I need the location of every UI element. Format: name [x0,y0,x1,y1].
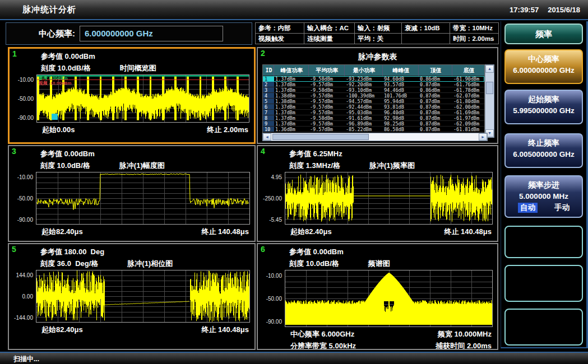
panel-number: 6 [261,245,265,254]
plot-title: 脉冲(1)相位图 [127,259,173,269]
scroll-right-icon[interactable]: ► [479,133,487,141]
softkey-value: 5.000000 MHz [506,190,582,200]
pulse-table[interactable]: ID峰值功率平均功率最小功率峰峰值顶值底值11.37dBm-9.58dBm-93… [262,64,485,138]
y-axis: 4.95 -250.00 -5.45 [258,172,285,225]
y-tick: -10.00 [18,76,34,82]
scale-label: 刻度 1.3MHz/格 [289,161,340,171]
y-tick: -50.00 [18,96,34,102]
spectrum-span-label: 频宽 10.000MHz [438,329,492,339]
freq-step-button[interactable]: 频率步进 5.000000 MHz 自动 手动 [504,175,583,218]
table-cell: 1.37dBm [274,87,309,93]
start-freq-button[interactable]: 起始频率 5.995000000 GHz [504,90,583,124]
table-cell: 1.38dBm [274,99,309,104]
panel-pulse-table[interactable]: 2 脉冲参数表 ID峰值功率平均功率最小功率峰峰值顶值底值11.37dBm-9.… [257,47,498,144]
softkey-blank-3[interactable] [504,309,583,346]
table-cell: 0.87dBm [419,115,452,121]
panel-time-overview[interactable]: 1 参考值 0.00dBm 刻度 10.0dB/格 时间概览图 -10.00 -… [8,47,256,144]
table-cell: 1.38dBm [274,93,309,99]
y-tick: -50.00 [17,195,33,202]
scale-label: 刻度 10.0dB/格 [41,63,91,73]
status-bar: 扫描中... [0,352,588,364]
table-row[interactable]: 31.37dBm-9.58dBm-93.10dBm94.46dB0.86dBm-… [263,87,484,93]
table-row[interactable]: 41.38dBm-9.57dBm-100.39dBm101.76dB0.87dB… [263,93,484,99]
plot-area [285,270,493,327]
table-header-cell: 底值 [452,65,485,76]
panel-spectrum[interactable]: 6 参考值 0.00dBm 刻度 10.0dB/格 频谱图 -10.00 -50… [257,243,498,350]
table-cell: 86.58dB [383,127,419,132]
scroll-left-icon[interactable]: ◄ [263,133,271,141]
manual-toggle[interactable]: 手动 [554,203,570,213]
y-tick: -5.45 [269,216,282,222]
table-cell: -91.61dBm [345,115,383,121]
table-cell: 93.81dB [383,104,419,110]
table-cell: -94.57dBm [345,99,383,104]
table-cell: 0.87dBm [419,110,452,115]
table-header-cell: ID [263,65,274,76]
table-cell: 0.87dBm [419,82,452,87]
pulse-table-title: 脉冲参数表 [258,52,497,62]
softkey-blank-2[interactable] [504,265,583,302]
table-cell: 0.87dBm [419,99,452,104]
panel-number: 5 [12,245,16,254]
table-cell: -93.23dBm [345,76,383,82]
x-stop-label: 终止 140.48μs [201,325,249,335]
scroll-up-icon[interactable]: ▲ [485,65,494,73]
stop-freq-button[interactable]: 终止频率 6.005000000 GHz [504,133,583,168]
y-tick: 0.00 [22,293,33,300]
h-scrollbar[interactable]: ◄ ► [262,133,488,141]
table-row[interactable]: 81.37dBm-9.58dBm-91.61dBm92.98dB0.87dBm-… [263,115,484,121]
panel-pulse-amplitude[interactable]: 3 参考值 0.00dBm 刻度 10.0dB/格 脉冲(1)幅度图 -10.0… [8,145,256,242]
table-id-cell: 10 [263,127,274,132]
app-title: 脉冲统计分析 [22,4,76,15]
pulse-table-wrap: ID峰值功率平均功率最小功率峰峰值顶值底值11.37dBm-9.58dBm-93… [262,64,494,138]
x-stop-label: 终止 2.00ms [207,125,248,135]
y-tick: -10.00 [266,273,282,279]
y-tick: -90.00 [17,216,33,222]
title-bar: 脉冲统计分析 17:39:57 2015/6/18 [0,0,588,20]
table-row[interactable]: 21.37dBm-9.57dBm-92.20dBm93.57dB0.87dBm-… [263,82,484,87]
table-id-cell: 8 [263,115,274,121]
table-cell: 94.60dB [383,76,419,82]
clock: 17:39:57 2015/6/18 [510,6,580,14]
status-trigger: 视频触发 [256,34,304,44]
softkey-blank-1[interactable] [504,226,583,258]
center-frequency-input[interactable]: 6.000000000 GHz [80,26,223,41]
freq-menu-header[interactable]: 频率 [504,24,583,44]
table-cell: -93.10dBm [345,87,383,93]
v-scrollbar[interactable]: ▲ ▼ [485,64,494,138]
y-tick: -90.00 [266,318,282,324]
plot-area: 参考 0.00dBm 视频 -10.00dBm [36,74,249,123]
center-freq-button[interactable]: 中心频率 6.000000000 GHz [504,49,583,84]
table-cell: -92.44dBm [345,104,383,110]
y-tick: 144.00 [16,272,33,278]
table-cell: 0.87dBm [419,121,452,127]
y-tick: -144.00 [14,314,33,320]
auto-toggle[interactable]: 自动 [518,203,538,213]
table-row[interactable]: 51.38dBm-9.57dBm-94.57dBm95.94dB0.87dBm-… [263,99,484,104]
panel-pulse-phase[interactable]: 5 参考值 180.00 Deg 刻度 36.0 Deg/格 脉冲(1)相位图 … [8,243,256,350]
x-start-label: 起始82.40μs [41,325,83,335]
table-cell: -85.22dBm [345,127,383,132]
table-row[interactable]: 71.37dBm-9.57dBm-95.03dBm96.40dB0.87dBm-… [263,110,484,115]
date-display: 2015/6/18 [548,6,580,14]
h-scroll-thumb[interactable] [272,134,369,140]
panel-pulse-frequency[interactable]: 4 参考值 6.25MHz 刻度 1.3MHz/格 脉冲(1)频率图 4.95 … [257,145,498,242]
marker-square[interactable] [52,114,58,120]
table-row[interactable]: 61.37dBm-9.57dBm-92.44dBm93.81dB0.87dBm-… [263,104,484,110]
pulse-amplitude-canvas [36,172,249,224]
table-row[interactable]: 11.37dBm-9.58dBm-93.23dBm94.60dB0.86dBm-… [263,76,484,82]
table-cell: -9.58dBm [309,87,345,93]
v-scroll-thumb[interactable] [486,82,493,94]
softkey-value: 6.005000000 GHz [506,148,582,158]
table-cell: -96.89dBm [345,121,383,127]
table-cell: 1.37dBm [274,82,309,87]
table-row[interactable]: 91.37dBm-9.57dBm-96.89dBm98.25dB0.87dBm-… [263,121,484,127]
spectrum-capture-time-label: 捕获时间 2.00ms [436,341,492,350]
table-header-cell: 平均功率 [309,65,345,76]
table-id-cell: 5 [263,99,274,104]
table-cell: 94.46dB [383,87,419,93]
status-average: 平均：关 [355,34,402,44]
pulse-phase-canvas [36,270,249,322]
center-frequency-group: 中心频率: 6.000000000 GHz [6,22,252,45]
table-row[interactable]: 101.36dBm-9.57dBm-85.22dBm86.58dB0.87dBm… [263,127,484,132]
